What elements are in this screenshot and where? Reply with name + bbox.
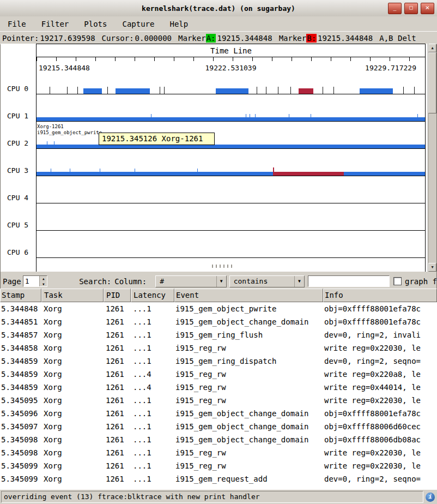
header-event[interactable]: Event xyxy=(174,289,323,302)
delta-label: A,B Delt xyxy=(379,34,416,43)
cpu-plot-row-5[interactable] xyxy=(37,221,425,231)
header-pid[interactable]: PID xyxy=(104,289,131,302)
plot-task-label: Xorg-1261 xyxy=(37,124,64,129)
search-label: Search: xyxy=(79,277,111,286)
timestamp-left: 19215.344848 xyxy=(39,64,90,72)
graph-follows-checkbox[interactable] xyxy=(393,277,402,285)
task-bar xyxy=(37,145,425,148)
cpu-plot-row-0[interactable] xyxy=(37,85,425,94)
column-select[interactable]: # xyxy=(155,275,226,287)
table-cell: Xorg xyxy=(41,407,104,420)
table-cell: obj=0xffff88006d60cec xyxy=(323,420,437,433)
table-cell: Xorg xyxy=(41,302,104,315)
search-input[interactable] xyxy=(308,275,390,287)
header-latency[interactable]: Latency xyxy=(131,289,174,302)
cpu-plot-row-3[interactable] xyxy=(37,166,425,176)
event-tick xyxy=(266,87,266,94)
table-cell: dev=0, ring=2, seqno= xyxy=(323,355,437,368)
info-icon[interactable] xyxy=(426,493,435,502)
table-row[interactable]: 5.345098Xorg1261...1i915_reg_rwwrite reg… xyxy=(0,446,437,459)
graph-scrollbar[interactable] xyxy=(428,44,436,272)
menu-help[interactable]: Help xyxy=(168,19,189,29)
cpu-plot-row-6[interactable] xyxy=(37,248,425,258)
minimize-button[interactable] xyxy=(388,3,402,14)
table-row[interactable]: 5.344859Xorg1261...1i915_gem_ring_dispat… xyxy=(0,355,437,368)
table-cell: i915_gem_object_pwrite xyxy=(174,302,323,315)
header-info[interactable]: Info xyxy=(323,289,437,302)
table-cell: obj=0xffff88001efa78c xyxy=(323,315,437,328)
table-cell: i915_gem_ring_dispatch xyxy=(174,355,323,368)
table-row[interactable]: 5.344859Xorg1261...4i915_reg_rwwrite reg… xyxy=(0,381,437,394)
table-cell: Xorg xyxy=(41,472,104,485)
table-cell: write reg=0x22030, le xyxy=(323,459,437,472)
table-row[interactable]: 5.344848Xorg1261...1i915_gem_object_pwri… xyxy=(0,302,437,315)
table-cell: 1261 xyxy=(104,446,131,459)
table-cell: i915_gem_object_change_domain xyxy=(174,315,323,328)
table-cell: obj=0xffff88006db08ac xyxy=(323,433,437,446)
marker-b-value: 19215.344848 xyxy=(318,34,373,43)
cpu-plot-row-4[interactable] xyxy=(37,194,425,203)
table-cell: 1261 xyxy=(104,315,131,328)
scroll-down-icon[interactable] xyxy=(428,263,436,272)
table-cell: Xorg xyxy=(41,394,104,407)
pane-splitter-handle[interactable] xyxy=(212,265,234,268)
timestamp-center: 19222.531039 xyxy=(205,64,257,72)
event-tick xyxy=(289,114,289,121)
status-bar: overriding event (13) ftrace:blktrace wi… xyxy=(0,489,437,504)
chevron-down-icon[interactable] xyxy=(294,276,304,287)
marker-a-badge: A: xyxy=(206,34,216,43)
page-spinner[interactable]: 1 ▲ ▼ xyxy=(23,275,47,287)
table-cell: Xorg xyxy=(41,459,104,472)
table-row[interactable]: 5.344858Xorg1261...1i915_reg_rwwrite reg… xyxy=(0,341,437,355)
menu-file[interactable]: File xyxy=(7,19,27,29)
table-row[interactable]: 5.344851Xorg1261...1i915_gem_object_chan… xyxy=(0,315,437,328)
plot-area[interactable]: 19215.344848 19222.531039 19229.717229 xyxy=(36,44,426,272)
spin-down-icon[interactable]: ▼ xyxy=(40,281,47,287)
event-tick xyxy=(255,114,256,121)
table-row[interactable]: 5.345099Xorg1261...1i915_reg_rwwrite reg… xyxy=(0,459,437,472)
table-cell: write reg=0x220a8, le xyxy=(323,368,437,381)
event-tick xyxy=(47,141,47,148)
table-cell: i915_reg_rw xyxy=(174,459,323,472)
table-cell: Xorg xyxy=(41,433,104,446)
table-cell: 1261 xyxy=(104,459,131,472)
kernelshark-window: kernelshark(trace.dat) (on sugarbay) Fil… xyxy=(0,0,437,504)
table-row[interactable]: 5.345096Xorg1261...1i915_gem_object_chan… xyxy=(0,407,437,420)
table-cell: Xorg xyxy=(41,355,104,368)
scrollbar-thumb[interactable] xyxy=(428,52,436,113)
cpu-plot-row-2[interactable] xyxy=(37,139,425,149)
task-bar xyxy=(37,172,425,176)
scroll-up-icon[interactable] xyxy=(428,44,436,52)
chevron-down-icon[interactable] xyxy=(216,276,226,287)
table-cell: Xorg xyxy=(41,328,104,341)
header-task[interactable]: Task xyxy=(41,289,104,302)
table-row[interactable]: 5.345095Xorg1261...1i915_reg_rwwrite reg… xyxy=(0,394,437,407)
header-stamp[interactable]: Stamp xyxy=(0,289,41,302)
table-row[interactable]: 5.344857Xorg1261...1i915_gem_ring_flushd… xyxy=(0,328,437,341)
cpu-label: CPU 5 xyxy=(7,221,28,229)
table-cell: dev=0, ring=2, seqno= xyxy=(323,472,437,485)
menu-capture[interactable]: Capture xyxy=(121,19,155,29)
table-cell: 1261 xyxy=(104,407,131,420)
table-cell: 5.345098 xyxy=(0,446,41,459)
spin-up-icon[interactable]: ▲ xyxy=(40,276,47,281)
table-cell: ...1 xyxy=(131,420,174,433)
close-button[interactable] xyxy=(421,3,434,14)
maximize-button[interactable] xyxy=(404,3,418,14)
table-cell: 5.345099 xyxy=(0,472,41,485)
match-select[interactable]: contains xyxy=(229,275,305,287)
table-row[interactable]: 5.345097Xorg1261...1i915_gem_object_chan… xyxy=(0,420,437,433)
table-cell: i915_reg_rw xyxy=(174,394,323,407)
table-row[interactable]: 5.345099Xorg1261...1i915_gem_request_add… xyxy=(0,472,437,485)
menu-filter[interactable]: Filter xyxy=(40,19,70,29)
table-row[interactable]: 5.344859Xorg1261...4i915_reg_rwwrite reg… xyxy=(0,368,437,381)
event-tick-red xyxy=(273,167,274,176)
menu-plots[interactable]: Plots xyxy=(83,19,108,29)
time-axis-ticks xyxy=(37,57,425,61)
table-row[interactable]: 5.345098Xorg1261...1i915_gem_object_chan… xyxy=(0,433,437,446)
table-cell: 5.344858 xyxy=(0,341,41,355)
table-cell: ...1 xyxy=(131,407,174,420)
table-cell: 5.344851 xyxy=(0,315,41,328)
cpu-plot-row-1[interactable] xyxy=(37,112,425,122)
event-tick xyxy=(151,114,151,121)
